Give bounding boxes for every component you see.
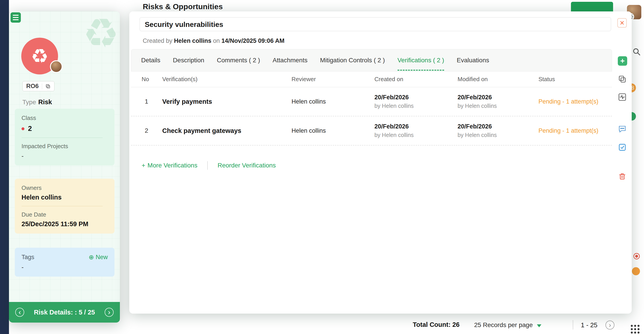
links-divider — [207, 161, 208, 170]
risk-type-row: TypeRisk — [22, 98, 52, 106]
modified-date: 20/Feb/2026 — [458, 123, 538, 130]
caret-down-icon — [537, 324, 541, 327]
due-date-label: Due Date — [22, 211, 108, 218]
plus-icon: + — [620, 56, 625, 65]
more-verifications-label: More Verifications — [148, 162, 198, 169]
next-page-button[interactable]: › — [606, 320, 614, 330]
col-created-on: Created on — [374, 76, 458, 83]
created-date: 20/Feb/2026 — [374, 94, 458, 101]
tab-details[interactable]: Details — [141, 50, 160, 70]
status-text[interactable]: Pending - 1 attempt(s) — [538, 127, 612, 134]
modified-cell: 20/Feb/2026 by Helen collins — [458, 123, 538, 138]
modified-cell: 20/Feb/2026 by Helen collins — [458, 94, 538, 109]
risk-id-chip[interactable]: RO6 — [22, 81, 54, 91]
prev-risk-button[interactable]: ‹ — [15, 308, 24, 317]
chevron-right-icon: › — [609, 321, 611, 328]
page-title: Risks & Opportunities — [143, 2, 223, 11]
more-verifications-link[interactable]: + More Verifications — [142, 162, 198, 169]
due-date-value: 25/Dec/2025 11:59 PM — [22, 220, 108, 228]
row-number: 2 — [142, 127, 162, 134]
plus-icon: + — [142, 162, 145, 169]
class-value: 2 — [28, 125, 32, 133]
class-dot-icon — [22, 127, 24, 130]
footer-divider — [573, 320, 573, 330]
tab-verifications[interactable]: Verifications ( 2 ) — [398, 50, 444, 70]
total-count-label: Total Count: 26 — [413, 321, 460, 328]
rail-badge[interactable] — [632, 267, 640, 275]
next-risk-button[interactable]: › — [105, 308, 114, 317]
tab-description[interactable]: Description — [173, 50, 204, 70]
owner-mini-avatar — [50, 60, 62, 73]
tab-attachments[interactable]: Attachments — [273, 50, 308, 70]
created-by: by Helen collins — [374, 103, 458, 109]
created-cell: 20/Feb/2026 by Helen collins — [374, 94, 458, 109]
created-datetime: 14/Nov/2025 09:06 AM — [222, 38, 284, 44]
menu-button[interactable] — [10, 12, 21, 23]
tab-mitigation-controls[interactable]: Mitigation Controls ( 2 ) — [320, 50, 385, 70]
type-value: Risk — [38, 98, 52, 106]
tags-header: Tags ⊕ New — [22, 254, 108, 261]
class-value-row: 2 — [22, 125, 108, 133]
tab-evaluations[interactable]: Evaluations — [457, 50, 489, 70]
chevron-left-icon: ‹ — [18, 308, 21, 316]
circle-plus-icon: ⊕ — [89, 254, 94, 261]
reviewer-name: Helen collins — [292, 127, 374, 134]
risk-id-row: RO6 — [22, 81, 54, 91]
status-text[interactable]: Pending - 1 attempt(s) — [538, 98, 612, 105]
created-by: by Helen collins — [374, 132, 458, 138]
add-tag-label: New — [96, 254, 108, 261]
comment-icon[interactable] — [618, 125, 627, 134]
reorder-verifications-link[interactable]: Reorder Verifications — [218, 162, 276, 169]
chevron-right-icon: › — [108, 308, 110, 316]
col-reviewer: Reviewer — [292, 76, 374, 83]
row-number: 1 — [142, 98, 162, 105]
type-label: Type — [22, 99, 36, 106]
risk-pager-bar: ‹ Risk Details: : 5 / 25 › — [9, 302, 120, 322]
col-modified-on: Modified on — [458, 76, 538, 83]
activity-icon[interactable] — [618, 93, 627, 102]
risk-id-label: RO6 — [26, 83, 39, 90]
col-status: Status — [538, 76, 612, 83]
copy-icon[interactable] — [45, 84, 51, 89]
table-row[interactable]: 2 Check payment gateways Helen collins 2… — [131, 116, 612, 146]
class-card: Class 2 Impacted Projects - — [15, 109, 114, 166]
tags-card: Tags ⊕ New - — [15, 248, 114, 276]
verification-name[interactable]: Check payment gateways — [162, 127, 292, 134]
reorder-verifications-label: Reorder Verifications — [218, 162, 276, 169]
modified-by: by Helen collins — [458, 132, 538, 138]
records-per-page-select[interactable]: 25 Records per page — [474, 322, 541, 328]
app-root: Risks & Opportunities 8 Total Count: 26 … — [0, 0, 644, 334]
apps-grid-icon[interactable] — [630, 324, 640, 334]
col-verification: Verification(s) — [162, 76, 292, 83]
verification-name[interactable]: Verify payments — [162, 98, 292, 105]
tags-label: Tags — [22, 254, 34, 261]
verifications-table-header: No Verification(s) Reviewer Created on M… — [131, 72, 612, 87]
risk-title-input[interactable]: Security vulnerabilities — [140, 17, 611, 31]
created-line: Created by Helen collins on 14/Nov/2025 … — [143, 38, 284, 44]
page-range-label: 1 - 25 — [581, 322, 598, 329]
owners-card: Owners Helen collins Due Date 25/Dec/202… — [15, 179, 114, 234]
close-button[interactable] — [617, 18, 627, 28]
table-actions-row: + More Verifications Reorder Verificatio… — [142, 161, 276, 170]
duplicate-icon[interactable] — [618, 75, 627, 84]
risk-summary-panel: ♻ ♻ RO6 TypeRisk Class 2 Impacted P — [9, 12, 120, 322]
add-button[interactable]: + — [618, 56, 627, 66]
search-icon[interactable] — [632, 48, 641, 56]
created-prefix: Created by — [143, 38, 172, 44]
class-label: Class — [22, 114, 108, 122]
impacted-projects-value: - — [22, 152, 108, 160]
tab-comments[interactable]: Comments ( 2 ) — [217, 50, 260, 70]
validate-icon[interactable] — [618, 143, 627, 152]
recycle-decoration-icon: ♻ — [83, 13, 119, 54]
created-on-word: on — [213, 38, 220, 44]
table-row[interactable]: 1 Verify payments Helen collins 20/Feb/2… — [131, 87, 612, 116]
delete-icon[interactable] — [618, 172, 627, 181]
record-icon[interactable] — [633, 252, 640, 260]
add-tag-link[interactable]: ⊕ New — [89, 254, 108, 261]
impacted-projects-label: Impacted Projects — [22, 143, 108, 150]
tags-value: - — [22, 264, 108, 271]
owner-name[interactable]: Helen collins — [22, 194, 108, 201]
left-nav-strip — [0, 0, 9, 334]
risk-avatar-icon: ♻ — [31, 44, 48, 68]
modified-by: by Helen collins — [458, 103, 538, 109]
